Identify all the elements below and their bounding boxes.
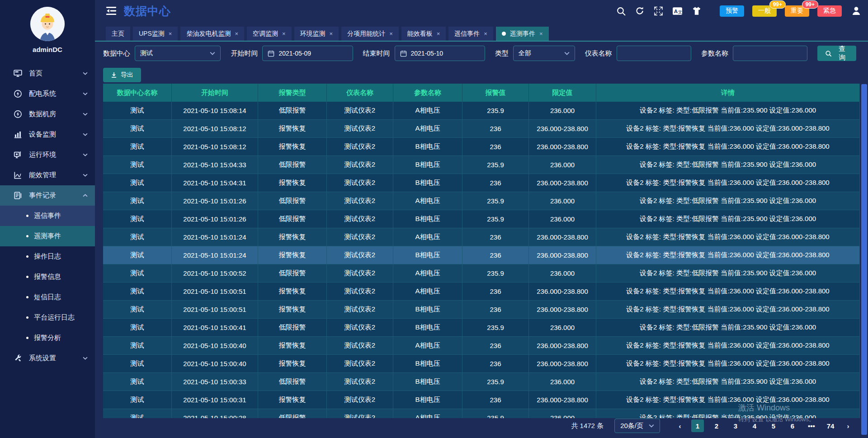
prev-page-button[interactable]: ‹ — [674, 419, 686, 432]
close-tab-icon[interactable]: × — [437, 30, 440, 37]
table-cell: 测试仪表2 — [327, 246, 393, 264]
page-number-3[interactable]: 3 — [729, 419, 742, 432]
table-row[interactable]: 测试2021-05-10 15:00:40报警恢复测试仪表2A相电压236236… — [103, 337, 860, 355]
refresh-icon[interactable] — [635, 6, 645, 16]
collapse-menu-icon[interactable] — [106, 6, 117, 15]
search-icon — [825, 50, 832, 57]
sidebar-subitem-报警分析[interactable]: 报警分析 — [0, 328, 95, 348]
table-row[interactable]: 测试2021-05-10 15:00:40报警恢复测试仪表2B相电压236236… — [103, 355, 860, 373]
table-row[interactable]: 测试2021-05-10 15:01:26低限报警测试仪表2A相电压235.92… — [103, 192, 860, 210]
page-size-select[interactable]: 20条/页 — [614, 419, 660, 433]
table-row[interactable]: 测试2021-05-10 15:01:24报警恢复测试仪表2A相电压236236… — [103, 228, 860, 246]
type-select[interactable]: 全部 — [513, 46, 575, 61]
sidebar-item-label: 首页 — [29, 69, 42, 78]
sidebar-item-事件记录[interactable]: 事件记录 — [0, 185, 95, 206]
vertical-scrollbar[interactable] — [861, 84, 867, 435]
table-row[interactable]: 测试2021-05-10 15:08:12报警恢复测试仪表2A相电压236236… — [103, 120, 860, 138]
sidebar-subitem-操作日志[interactable]: 操作日志 — [0, 246, 95, 267]
meter-name-input[interactable] — [617, 46, 691, 61]
table-row[interactable]: 测试2021-05-10 15:08:14低限报警测试仪表2A相电压235.92… — [103, 102, 860, 120]
close-tab-icon[interactable]: × — [389, 30, 393, 37]
user-avatar[interactable] — [30, 7, 65, 41]
end-date-input[interactable]: 2021-05-10 — [395, 46, 485, 61]
export-button[interactable]: 导出 — [103, 68, 141, 82]
tab-遥测事件[interactable]: 遥测事件× — [496, 27, 549, 41]
table-cell: 低限报警 — [258, 210, 327, 228]
close-tab-icon[interactable]: × — [169, 30, 172, 37]
table-cell: 报警恢复 — [258, 120, 327, 138]
table-row[interactable]: 测试2021-05-10 15:00:33低限报警测试仪表2B相电压235.92… — [103, 373, 860, 391]
sidebar-item-首页[interactable]: 首页 — [0, 63, 95, 84]
search-icon[interactable] — [616, 6, 626, 16]
page-ellipsis[interactable]: ••• — [805, 419, 818, 432]
param-name-input[interactable] — [733, 46, 807, 61]
tab-环境监测[interactable]: 环境监测× — [294, 27, 339, 41]
tab-主页[interactable]: 主页 — [106, 27, 130, 41]
table-cell: 236.000-238.800 — [529, 246, 596, 264]
page-number-6[interactable]: 6 — [786, 419, 799, 432]
sidebar-subitem-遥信事件[interactable]: 遥信事件 — [0, 206, 95, 226]
sidebar-subitem-平台运行日志[interactable]: 平台运行日志 — [0, 307, 95, 328]
table-row[interactable]: 测试2021-05-10 15:00:31报警恢复测试仪表2B相电压236236… — [103, 391, 860, 409]
tab-空调监测[interactable]: 空调监测× — [247, 27, 292, 41]
alert-button-紧急[interactable]: 紧急 — [817, 5, 842, 17]
table-row[interactable]: 测试2021-05-10 15:00:52低限报警测试仪表2A相电压235.92… — [103, 264, 860, 283]
alert-button-预警[interactable]: 预警 — [720, 5, 744, 17]
tab-能效看板[interactable]: 能效看板× — [401, 27, 446, 41]
close-tab-icon[interactable]: × — [330, 30, 333, 37]
close-tab-icon[interactable]: × — [484, 30, 487, 37]
page-number-1[interactable]: 1 — [691, 419, 704, 432]
page-number-5[interactable]: 5 — [767, 419, 780, 432]
theme-shirt-icon[interactable] — [692, 6, 702, 16]
table-row[interactable]: 测试2021-05-10 15:00:51报警恢复测试仪表2A相电压236236… — [103, 283, 860, 301]
sidebar-item-系统设置[interactable]: 系统设置 — [0, 348, 95, 368]
table-row[interactable]: 测试2021-05-10 15:01:26低限报警测试仪表2B相电压235.92… — [103, 210, 860, 228]
environment-icon — [13, 151, 23, 159]
close-tab-icon[interactable]: × — [282, 30, 286, 37]
table-row[interactable]: 测试2021-05-10 15:01:24报警恢复测试仪表2B相电压236236… — [103, 246, 860, 264]
tabbar: 主页UPS监测×柴油发电机监测×空调监测×环境监测×分项用能统计×能效看板×遥信… — [95, 22, 868, 42]
sidebar-item-数据机房[interactable]: 数据机房 — [0, 104, 95, 124]
page-number-2[interactable]: 2 — [710, 419, 723, 432]
table-cell: A相电压 — [393, 102, 462, 120]
next-page-button[interactable]: › — [842, 419, 854, 432]
sidebar-subitem-报警信息[interactable]: 报警信息 — [0, 267, 95, 287]
username: adminDC — [0, 46, 95, 53]
tab-遥信事件[interactable]: 遥信事件× — [448, 27, 493, 41]
table-cell: 235.9 — [462, 156, 529, 174]
alert-button-一般[interactable]: 一般99+ — [752, 5, 777, 17]
sidebar-item-能效管理[interactable]: 能效管理 — [0, 165, 95, 185]
page-title: 数据中心 — [124, 4, 171, 19]
table-cell: 报警恢复 — [258, 301, 327, 319]
translate-icon[interactable]: A文 — [672, 6, 683, 16]
tab-UPS监测[interactable]: UPS监测× — [133, 27, 178, 41]
start-date-input[interactable]: 2021-05-09 — [262, 46, 353, 61]
page-number-74[interactable]: 74 — [824, 419, 837, 432]
sidebar-item-设备监测[interactable]: 设备监测 — [0, 124, 95, 145]
query-button[interactable]: 查询 — [817, 46, 856, 61]
table-cell: 236.000 — [529, 102, 596, 120]
fullscreen-icon[interactable] — [654, 6, 663, 16]
table-row[interactable]: 测试2021-05-10 15:04:33低限报警测试仪表2B相电压235.92… — [103, 156, 860, 174]
close-tab-icon[interactable]: × — [235, 30, 238, 37]
tab-柴油发电机监测[interactable]: 柴油发电机监测× — [180, 27, 244, 41]
table-cell: 236.000 — [529, 210, 596, 228]
user-icon[interactable] — [851, 5, 862, 16]
table-cell: 低限报警 — [258, 102, 327, 120]
table-cell: 报警恢复 — [258, 174, 327, 192]
page-number-4[interactable]: 4 — [748, 419, 761, 432]
chevron-down-icon — [564, 52, 570, 55]
tab-分项用能统计[interactable]: 分项用能统计× — [341, 27, 399, 41]
close-tab-icon[interactable]: × — [539, 30, 543, 37]
sidebar-item-配电系统[interactable]: 配电系统 — [0, 84, 95, 104]
sidebar-item-运行环境[interactable]: 运行环境 — [0, 145, 95, 165]
table-row[interactable]: 测试2021-05-10 15:04:31报警恢复测试仪表2B相电压236236… — [103, 174, 860, 192]
sidebar-subitem-遥测事件[interactable]: 遥测事件 — [0, 226, 95, 246]
alert-button-重要[interactable]: 重要99+ — [785, 5, 809, 17]
sidebar-subitem-短信日志[interactable]: 短信日志 — [0, 287, 95, 307]
table-cell: 2021-05-10 15:00:41 — [172, 319, 258, 337]
table-row[interactable]: 测试2021-05-10 15:00:41低限报警测试仪表2B相电压235.92… — [103, 319, 860, 337]
datacenter-select[interactable]: 测试 — [135, 46, 221, 61]
table-row[interactable]: 测试2021-05-10 15:08:12报警恢复测试仪表2B相电压236236… — [103, 138, 860, 156]
table-row[interactable]: 测试2021-05-10 15:00:51报警恢复测试仪表2B相电压236236… — [103, 301, 860, 319]
